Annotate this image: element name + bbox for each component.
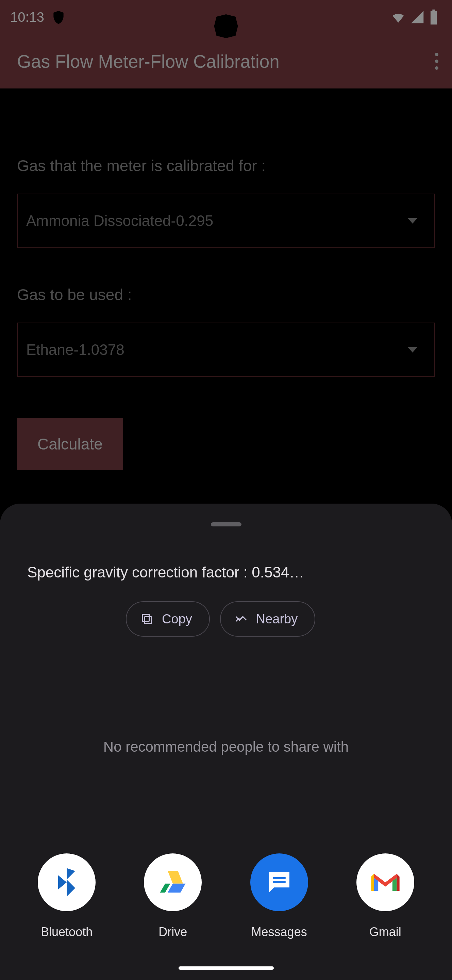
svg-rect-3 [273,881,286,883]
nearby-button[interactable]: Nearby [220,601,316,637]
nav-pill[interactable] [179,966,274,970]
share-target-label: Drive [159,925,187,939]
used-gas-select[interactable]: Ethane-1.0378 [17,323,435,377]
page-title: Gas Flow Meter-Flow Calibration [17,51,279,72]
svg-rect-2 [273,877,286,879]
copy-button[interactable]: Copy [126,601,210,637]
share-content-preview: Specific gravity correction factor : 0.5… [0,527,452,601]
used-gas-label: Gas to be used : [17,285,435,304]
share-target-drive[interactable]: Drive [139,853,207,939]
used-gas-value: Ethane-1.0378 [26,341,124,358]
camera-notch [214,14,238,38]
signal-icon [410,10,425,24]
calibrated-gas-value: Ammonia Dissociated-0.295 [26,212,213,229]
gmail-icon [357,853,414,911]
share-target-label: Gmail [370,925,401,939]
drive-icon [144,853,202,911]
messages-icon [250,853,308,911]
wifi-icon [391,10,406,24]
share-target-messages[interactable]: Messages [245,853,313,939]
status-time: 10:13 [10,10,44,25]
share-target-gmail[interactable]: Gmail [351,853,419,939]
more-options-icon[interactable] [435,53,438,70]
calibrated-gas-select[interactable]: Ammonia Dissociated-0.295 [17,194,435,248]
calculate-button[interactable]: Calculate [17,418,123,470]
calibrated-gas-label: Gas that the meter is calibrated for : [17,156,435,175]
app-bar: Gas Flow Meter-Flow Calibration [0,34,452,89]
nearby-label: Nearby [256,612,298,627]
chevron-down-icon [408,347,417,353]
copy-label: Copy [162,612,192,627]
nearby-icon [234,612,248,626]
bluetooth-icon [38,853,95,911]
battery-icon [429,10,438,24]
share-target-label: Bluetooth [41,925,92,939]
no-recommendations-text: No recommended people to share with [0,739,452,755]
share-sheet: Specific gravity correction factor : 0.5… [0,504,452,980]
share-target-label: Messages [251,925,307,939]
share-target-bluetooth[interactable]: Bluetooth [33,853,101,939]
svg-rect-1 [143,614,149,621]
drag-handle[interactable] [211,522,241,527]
copy-icon [140,612,154,626]
chevron-down-icon [408,218,417,224]
svg-rect-0 [144,617,151,624]
shield-icon [51,10,66,24]
